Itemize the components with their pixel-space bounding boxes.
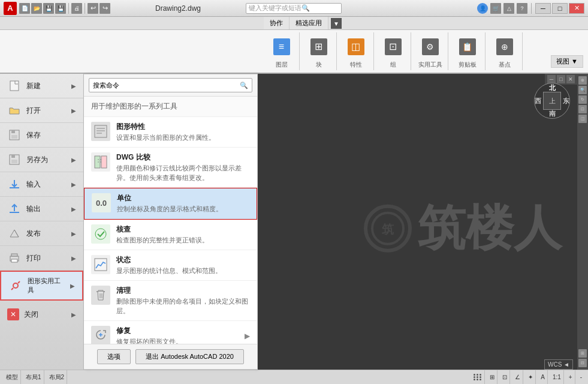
minimize-button[interactable]: ─ <box>535 3 551 14</box>
options-button[interactable]: 选项 <box>97 349 131 364</box>
tab-apps[interactable]: 精选应用 <box>290 17 328 29</box>
sidebar-item-import[interactable]: 输入 ▶ <box>0 172 83 197</box>
panel-item-4[interactable]: 状态 显示图形的统计信息、模式和范围。 <box>84 250 257 281</box>
separator2 <box>85 3 85 14</box>
wcs-label[interactable]: WCS ◄ <box>544 359 573 370</box>
pan-icon[interactable]: ⊕ <box>578 76 587 85</box>
status-plus-button[interactable]: + <box>566 370 575 384</box>
svg-point-28 <box>372 212 403 244</box>
print-arrow: ▶ <box>71 255 76 262</box>
panel-desc-4: 显示图形的统计信息、模式和范围。 <box>116 266 250 275</box>
search-area: 搜索命令 🔍 <box>84 74 257 97</box>
block-button[interactable]: ⊞ <box>308 36 330 58</box>
status-annotation-button[interactable]: A <box>538 370 548 384</box>
sidebar-item-new[interactable]: 新建 ▶ <box>0 74 83 98</box>
new-file-icon[interactable]: 📄 <box>19 3 30 14</box>
grid-icon <box>474 374 482 380</box>
visual-style-icon[interactable]: ◫ <box>578 115 587 123</box>
orbit-icon[interactable]: ↻ <box>578 95 587 104</box>
triangle-icon[interactable]: △ <box>503 3 514 14</box>
exit-button[interactable]: 退出 Autodesk AutoCAD 2020 <box>135 349 244 364</box>
panel-item-1[interactable]: DWG 比较 使用颜色和修订云线比较两个图形以显示差异。使用前头来查看每组更改。 <box>84 148 257 188</box>
watermark: 筑 筑楼人 <box>364 196 562 260</box>
zoom-icon[interactable]: 🔍 <box>578 86 587 94</box>
nav-wheel-icon[interactable]: ⊞ <box>578 349 587 358</box>
sidebar-item-open[interactable]: 打开 ▶ <box>0 98 83 123</box>
user-icon[interactable]: 👤 <box>477 3 488 14</box>
utils-label: 实用工具 <box>418 61 442 69</box>
save-as-icon[interactable]: 💾 <box>55 3 66 14</box>
help-icon[interactable]: ? <box>517 3 527 14</box>
view-dropdown[interactable]: 视图 ▼ <box>551 55 583 68</box>
redo-icon[interactable]: ↪ <box>99 3 110 14</box>
panel-desc-2: 控制坐标及角度的显示格式和精度。 <box>117 205 249 214</box>
panel-text-4: 状态 显示图形的统计信息、模式和范围。 <box>116 255 250 275</box>
panel-item-6[interactable]: 修复 修复损坏的图形文件。 ▶ <box>84 321 257 344</box>
sidebar-item-save[interactable]: 保存 <box>0 123 83 148</box>
sidebar-item-close[interactable]: ✕ 关闭 ▶ <box>0 303 83 326</box>
expand-icon[interactable]: ▼ <box>331 18 342 29</box>
status-model-tab[interactable]: 模型 <box>4 370 21 384</box>
panel-icon-1 <box>91 152 110 172</box>
group-button[interactable]: ⊡ <box>382 36 404 58</box>
base-button[interactable]: ⊕ <box>494 36 515 58</box>
status-polar-button[interactable]: ∠ <box>512 370 523 384</box>
layers-button[interactable]: ≡ <box>271 36 293 58</box>
panel-desc-0: 设置和显示当前图形的文件属性。 <box>116 133 250 142</box>
sep-win <box>531 3 532 14</box>
sidebar-item-print[interactable]: 打印 ▶ <box>0 246 83 271</box>
title-search-box[interactable]: 键入关键字或短语 🔍 <box>246 3 342 14</box>
open-file-icon[interactable]: 📂 <box>31 3 42 14</box>
status-osnap-button[interactable]: ✦ <box>526 370 536 384</box>
publish-arrow: ▶ <box>71 230 76 237</box>
status-ortho-button[interactable]: ⊡ <box>500 370 510 384</box>
panel-desc-5: 删除图形中未使用的命名项目，如块定义和图层。 <box>116 297 250 316</box>
drawing-tools-panel: ⊕ 🔍 ↻ ⊡ ◫ ⊞ ⊟ <box>577 74 588 370</box>
status-minus-button[interactable]: - <box>578 370 584 384</box>
sidebar-item-saveas[interactable]: 另存为 ▶ <box>0 148 83 172</box>
tools-label: 图形实用工具 <box>28 277 65 295</box>
panel-title: 用于维护图形的一系列工具 <box>84 97 257 117</box>
group-label: 组 <box>390 61 396 69</box>
status-layout1-tab[interactable]: 布局1 <box>23 370 44 384</box>
panel-item-2[interactable]: 0.0 单位 控制坐标及角度的显示格式和精度。 <box>84 188 257 219</box>
view-cube-icon[interactable]: ⊟ <box>578 359 587 367</box>
status-grid-button[interactable] <box>471 370 485 384</box>
panel-item-0[interactable]: 图形特性 设置和显示当前图形的文件属性。 <box>84 117 257 148</box>
svg-rect-2 <box>11 130 15 133</box>
open-icon <box>7 103 22 118</box>
status-snap-button[interactable]: ⊞ <box>487 370 497 384</box>
print-label: 打印 <box>26 253 67 263</box>
svg-rect-20 <box>95 259 107 271</box>
tab-coop[interactable]: 协作 <box>264 17 290 29</box>
sidebar-item-publish[interactable]: 发布 ▶ <box>0 221 83 246</box>
panel-text-1: DWG 比较 使用颜色和修订云线比较两个图形以显示差异。使用前头来查看每组更改。 <box>116 152 250 182</box>
save-icon[interactable]: 💾 <box>43 3 54 14</box>
search-input[interactable]: 搜索命令 🔍 <box>89 78 252 92</box>
props-label: 特性 <box>350 61 362 69</box>
save-sidebar-icon <box>7 128 22 142</box>
panel-text-2: 单位 控制坐标及角度的显示格式和精度。 <box>117 193 249 214</box>
maximize-button[interactable]: □ <box>552 3 568 14</box>
cart-icon[interactable]: 🛒 <box>490 3 501 14</box>
props-button[interactable]: ◫ <box>345 36 367 58</box>
panel-icon-0 <box>91 122 110 141</box>
utils-button[interactable]: ⚙ <box>420 36 441 58</box>
ribbon-tabs: 协作 精选应用 ▼ <box>0 17 588 30</box>
svg-text:筑: 筑 <box>382 222 394 235</box>
panel-item-5[interactable]: 清理 删除图形中未使用的命名项目，如块定义和图层。 <box>84 281 257 321</box>
undo-icon[interactable]: ↩ <box>88 3 98 14</box>
sidebar-item-tools[interactable]: 图形实用工具 ▶ <box>0 271 83 301</box>
svg-rect-10 <box>11 254 17 256</box>
compass-east: 东 <box>563 97 569 106</box>
view3d-icon[interactable]: ⊡ <box>578 105 587 113</box>
close-button[interactable]: ✕ <box>569 3 584 14</box>
clipboard-button[interactable]: 📋 <box>457 36 478 58</box>
print-icon[interactable]: 🖨 <box>71 3 82 14</box>
svg-rect-6 <box>11 160 17 163</box>
status-layout2-tab[interactable]: 布局2 <box>47 370 68 384</box>
sidebar-item-export[interactable]: 输出 ▶ <box>0 197 83 221</box>
panel-item-3[interactable]: 核查 检查图形的完整性并更正错误。 <box>84 220 257 250</box>
drawing-area[interactable]: ─ □ ✕ 上 北 南 东 西 WCS ◄ <box>258 74 588 370</box>
publish-icon <box>7 226 22 241</box>
